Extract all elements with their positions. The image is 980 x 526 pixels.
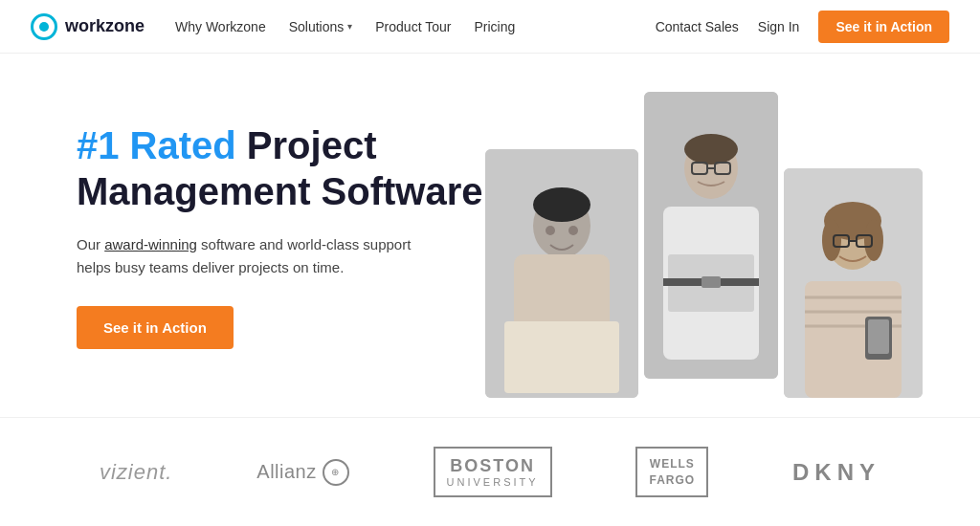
nav-why-workzone[interactable]: Why Workzone bbox=[175, 19, 266, 34]
hero-image-3 bbox=[784, 168, 923, 398]
hero-title: #1 Rated Project Management Software bbox=[77, 122, 536, 214]
svg-point-5 bbox=[546, 226, 555, 235]
svg-rect-16 bbox=[702, 276, 721, 288]
logo-dkny: DKNY bbox=[792, 459, 880, 486]
sign-in-link[interactable]: Sign In bbox=[758, 19, 800, 34]
logo-wells-fargo: WELLSFARGO bbox=[635, 447, 708, 498]
nav-pricing[interactable]: Pricing bbox=[474, 19, 515, 34]
logo-boston-university: BOSTON UNIVERSITY bbox=[434, 447, 552, 497]
logo-vizient: vizient. bbox=[100, 460, 172, 485]
logo-text: workzone bbox=[65, 16, 145, 36]
logo-allianz: Allianz ⊕ bbox=[256, 459, 348, 486]
nav-right: Contact Sales Sign In See it in Action bbox=[656, 11, 949, 43]
hero-content: #1 Rated Project Management Software Our… bbox=[77, 122, 536, 349]
hero-section: #1 Rated Project Management Software Our… bbox=[0, 54, 980, 417]
svg-rect-30 bbox=[868, 319, 889, 354]
svg-point-2 bbox=[533, 187, 590, 222]
svg-point-25 bbox=[864, 219, 883, 261]
svg-point-10 bbox=[684, 134, 738, 164]
hero-images bbox=[485, 73, 923, 398]
chevron-down-icon: ▾ bbox=[347, 21, 352, 32]
hero-cta-button[interactable]: See it in Action bbox=[77, 306, 234, 349]
logos-section: vizient. Allianz ⊕ BOSTON UNIVERSITY WEL… bbox=[0, 417, 980, 526]
contact-sales-link[interactable]: Contact Sales bbox=[656, 19, 739, 34]
nav-links: Why Workzone Solutions ▾ Product Tour Pr… bbox=[175, 19, 656, 34]
hero-subtitle: Our award-winning software and world-cla… bbox=[77, 233, 421, 279]
navbar: workzone Why Workzone Solutions ▾ Produc… bbox=[0, 0, 980, 54]
nav-cta-button[interactable]: See it in Action bbox=[818, 11, 949, 43]
award-winning-link[interactable]: award-winning bbox=[104, 236, 197, 252]
svg-point-6 bbox=[568, 226, 578, 235]
hero-title-rated: #1 Rated bbox=[77, 124, 236, 166]
nav-solutions[interactable]: Solutions ▾ bbox=[289, 19, 353, 34]
nav-product-tour[interactable]: Product Tour bbox=[375, 19, 451, 34]
logo-icon bbox=[31, 13, 57, 40]
hero-image-2 bbox=[644, 92, 778, 379]
logo[interactable]: workzone bbox=[31, 13, 145, 40]
allianz-icon: ⊕ bbox=[323, 459, 349, 486]
svg-point-24 bbox=[822, 219, 841, 261]
